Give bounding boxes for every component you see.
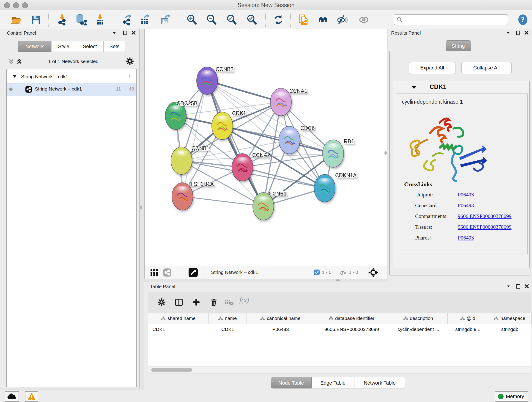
column-header-label: canonical name [267,316,300,321]
collapse-panel-icon[interactable] [506,30,511,36]
network-node-CCNA1[interactable]: CCNA1 [270,88,307,116]
show-columns-icon[interactable] [175,298,183,307]
tab-network-table[interactable]: Network Table [354,377,405,389]
column-header--id[interactable]: @id [448,313,488,324]
delete-column-trash-icon[interactable] [210,298,218,307]
scrollbar-thumb[interactable] [151,368,192,372]
section-expanded-icon[interactable] [411,85,417,91]
string-view-icon[interactable] [163,268,172,278]
import-network-from-database-button[interactable] [76,14,87,26]
close-panel-icon[interactable] [524,284,529,290]
duplicate-network-view-button[interactable] [298,14,310,26]
hide-view-button[interactable] [336,14,348,26]
create-column-plus-icon[interactable] [192,298,201,307]
fit-selected-crosshair-icon[interactable] [368,268,378,279]
column-header-canonical-name[interactable]: canonical name [247,313,314,324]
table-options-gear-icon[interactable] [157,298,166,307]
float-panel-icon[interactable] [123,30,128,36]
float-panel-icon[interactable] [516,284,521,290]
export-table-button[interactable] [139,14,151,26]
crosslink-tissues-link[interactable]: 9606.ENSP00000378699 [458,224,512,230]
toolbar-separator [364,268,364,277]
grid-view-icon[interactable] [150,268,158,278]
column-header-description[interactable]: description [389,313,448,324]
crosslink-genecard-link[interactable]: P06493 [458,203,474,209]
table-row[interactable]: CDK1CDK1P064939606.ENSP00000378699cyclin… [148,324,531,335]
tab-select[interactable]: Select [76,41,104,52]
toolbar-separator [310,268,310,277]
column-header-label: name [225,316,237,321]
zoom-in-button[interactable] [186,14,197,26]
import-table-from-file-button[interactable] [94,14,106,26]
show-all-views-button[interactable] [317,14,329,26]
zoom-fit-button[interactable] [226,14,237,26]
table-cell[interactable]: stringdb [488,324,532,335]
column-header-namespace[interactable]: namespace [488,313,532,324]
tab-style[interactable]: Style [51,41,76,52]
toolbar-separator [114,12,114,27]
table-cell[interactable]: cyclin-dependent ... [389,324,448,335]
table-cell[interactable]: stringdb:9... [448,324,488,335]
search-input[interactable] [405,15,505,24]
zoom-selected-button[interactable] [246,14,258,26]
tab-string[interactable]: String [446,40,471,51]
collapse-all-networks-icon[interactable] [8,58,14,66]
collection-expanded-icon[interactable] [12,74,17,80]
collapse-panel-icon[interactable] [112,30,117,36]
tab-network[interactable]: Network [18,41,51,52]
tab-node-table[interactable]: Node Table [271,377,312,389]
network-row-selected[interactable]: String Network – cdk1 11 48 [7,83,136,96]
close-panel-icon[interactable] [131,30,136,36]
network-node-CDKN1A[interactable]: CDKN1A [314,172,357,202]
refresh-view-button[interactable] [273,14,284,26]
tab-sets[interactable]: Sets [104,41,125,52]
left-splitter-handle[interactable] [140,205,142,210]
node-label: CDC25B [177,100,197,106]
cloud-status-button[interactable] [5,391,19,402]
tab-edge-table[interactable]: Edge Table [312,377,354,389]
expand-all-networks-icon[interactable] [16,58,22,66]
float-panel-icon[interactable] [516,30,521,36]
network-canvas[interactable]: CCNB2CCNA1CDC25BCDK1CDC6RB1CCNB1CCNA2CDK… [145,29,387,266]
column-header-shared-name[interactable]: shared name [148,313,209,324]
crosslink-label: Compartments: [415,213,448,219]
warnings-button[interactable] [25,391,38,402]
network-node-CCNB2[interactable]: CCNB2 [196,66,234,95]
selected-checkbox-icon[interactable] [314,269,320,276]
table-body: CDK1CDK1P064939606.ENSP00000378699cyclin… [148,324,531,335]
control-panel-title: Control Panel [7,30,36,36]
help-button[interactable]: ? [517,14,529,26]
column-header-name[interactable]: name [209,313,247,324]
network-node-HIST1H1A[interactable]: HIST1H1A [172,181,214,210]
horizontal-splitter-handle[interactable] [336,279,340,281]
export-image-button[interactable] [160,14,171,26]
column-header-database-identifier[interactable]: database identifier [314,313,389,324]
save-session-button[interactable] [30,14,42,26]
network-node-CCNE1[interactable]: CCNE1 [253,191,287,220]
table-cell[interactable]: CDK1 [209,324,247,335]
network-options-gear-icon[interactable] [126,57,134,66]
export-network-button[interactable] [122,14,133,26]
open-session-button[interactable] [11,14,22,26]
toolbar-separator [265,12,266,27]
crosslink-pharos-link[interactable]: P06493 [458,235,474,241]
collapse-all-button[interactable]: Collapse All [461,62,512,74]
horizontal-scrollbar[interactable] [148,366,531,374]
network-node-CDK1[interactable]: CDK1 [212,110,246,140]
birds-eye-view-icon[interactable] [188,268,198,279]
network-node-RB1[interactable]: RB1 [323,138,354,167]
crosslink-compartments-link[interactable]: 9606.ENSP00000378699 [458,213,512,219]
table-cell[interactable]: CDK1 [148,324,209,335]
right-splitter-handle[interactable] [385,151,387,155]
table-cell[interactable]: P06493 [247,324,314,335]
zoom-out-button[interactable] [206,14,217,26]
show-view-button[interactable] [358,14,370,26]
collapse-panel-icon[interactable] [506,284,511,290]
expand-all-button[interactable]: Expand All [409,62,456,74]
memory-button[interactable]: Memory [495,391,528,402]
table-cell[interactable]: 9606.ENSP00000378699 [314,324,389,335]
close-panel-icon[interactable] [524,30,529,36]
network-collection-row[interactable]: String Network – cdk1 1 [7,71,136,84]
import-network-from-file-button[interactable] [57,14,68,26]
crosslink-uniprot-link[interactable]: P06493 [458,192,474,198]
